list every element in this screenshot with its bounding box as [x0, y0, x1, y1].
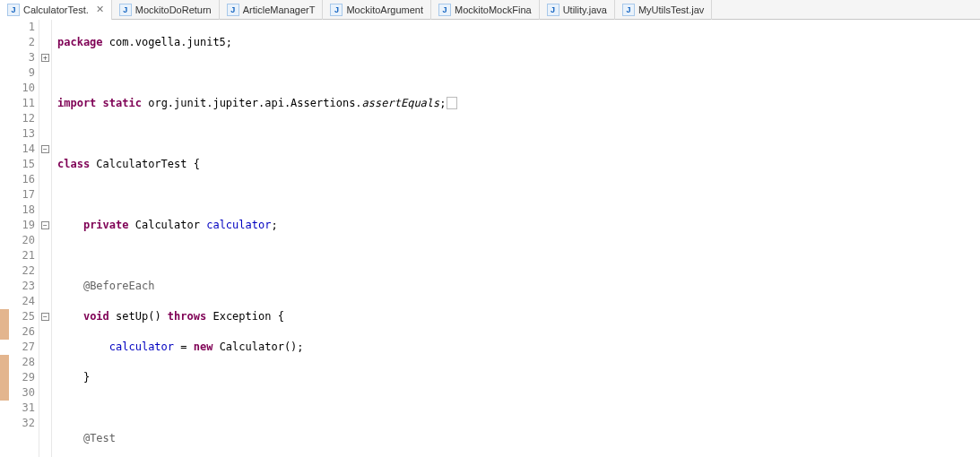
tab-label: MyUtilsTest.jav [638, 4, 704, 15]
tab-label: MockitoArgument [346, 4, 423, 15]
tab-articlemanager[interactable]: J ArticleManagerT [220, 0, 324, 20]
code-line [57, 65, 980, 81]
tab-label: MockitoDoReturn [135, 4, 212, 15]
fold-toggle-icon[interactable]: − [41, 145, 49, 153]
java-file-icon: J [227, 4, 239, 16]
java-file-icon: J [438, 4, 451, 16]
tab-mockitomockfina[interactable]: J MockitoMockFina [431, 0, 540, 20]
code-line: calculator = new Calculator(); [57, 340, 980, 355]
close-icon[interactable]: ✕ [92, 4, 104, 15]
line-number-gutter: 1 2 3 9 10 11 12 13 14 15 16 17 18 19 20… [9, 20, 39, 457]
java-file-icon: J [622, 4, 635, 16]
warning-marker[interactable] [0, 370, 9, 385]
code-line: private Calculator calculator; [57, 218, 980, 233]
code-line: void setUp() throws Exception { [57, 309, 980, 324]
tab-label: CalculatorTest. [23, 4, 89, 15]
warning-marker[interactable] [0, 385, 9, 401]
annotation-ruler [0, 20, 9, 457]
tab-label: MockitoMockFina [455, 4, 532, 15]
tab-utility[interactable]: J Utility.java [540, 0, 615, 20]
tab-label: Utility.java [563, 4, 607, 15]
warning-marker[interactable] [0, 324, 9, 340]
code-line [57, 126, 980, 142]
tab-mockitoargument[interactable]: J MockitoArgument [323, 0, 431, 20]
code-editor[interactable]: 1 2 3 9 10 11 12 13 14 15 16 17 18 19 20… [0, 20, 980, 457]
fold-toggle-icon[interactable]: − [41, 313, 49, 321]
code-area[interactable]: package com.vogella.junit5; import stati… [52, 20, 980, 457]
tab-calculatortest[interactable]: J CalculatorTest. ✕ [0, 0, 112, 20]
folded-placeholder-icon[interactable] [447, 97, 458, 109]
editor-tabbar: J CalculatorTest. ✕ J MockitoDoReturn J … [0, 0, 980, 20]
java-file-icon: J [330, 4, 343, 16]
warning-marker[interactable] [0, 355, 9, 370]
fold-toggle-icon[interactable]: − [41, 221, 49, 229]
code-line: import static org.junit.jupiter.api.Asse… [57, 96, 980, 111]
java-file-icon: J [119, 4, 132, 16]
code-line: @BeforeEach [57, 279, 980, 294]
java-file-icon: J [7, 4, 20, 16]
code-line: } [57, 370, 980, 385]
code-line [57, 401, 980, 416]
code-line [57, 187, 980, 203]
code-line [57, 248, 980, 263]
tab-mockitodoreturn[interactable]: J MockitoDoReturn [112, 0, 220, 20]
folding-ruler: + − − − [39, 20, 52, 457]
code-line: @Test [57, 431, 980, 446]
fold-toggle-icon[interactable]: + [41, 54, 49, 62]
code-line: package com.vogella.junit5; [57, 35, 980, 50]
warning-marker[interactable] [0, 309, 9, 324]
java-file-icon: J [547, 4, 559, 16]
code-line: class CalculatorTest { [57, 157, 980, 172]
tab-myutilstest[interactable]: J MyUtilsTest.jav [615, 0, 712, 20]
tab-label: ArticleManagerT [243, 4, 316, 15]
